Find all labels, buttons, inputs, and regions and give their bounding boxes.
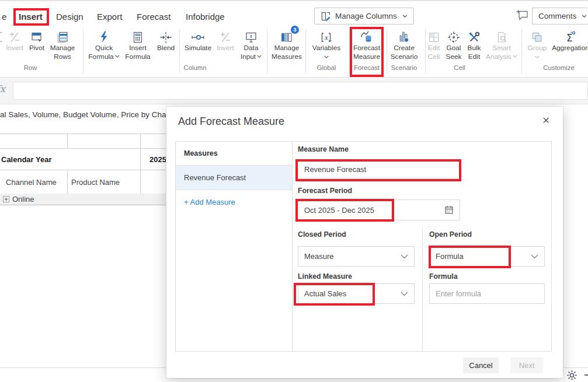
measure-name-label: Measure Name <box>298 145 349 153</box>
ribbon-group-button: Group <box>524 28 551 61</box>
table-gridline <box>0 170 166 170</box>
ribbon-data-input-button[interactable]: Data Input <box>234 28 268 61</box>
ribbon-divider <box>305 29 306 73</box>
open-period-dropdown[interactable]: Formula <box>429 246 545 267</box>
table-col-channel-name[interactable]: Channel Name <box>6 178 57 187</box>
comments-button[interactable]: Comments <box>532 8 588 24</box>
table-gridline <box>67 134 68 148</box>
forecast-chart-icon <box>350 28 384 44</box>
form-column-divider <box>422 227 423 352</box>
zoom-minus-clipped[interactable] <box>584 374 588 376</box>
linked-measure-dropdown[interactable]: Actual Sales <box>298 283 415 304</box>
chevron-down-icon <box>402 15 408 18</box>
measure-name-input[interactable]: Revenue Forecast <box>298 159 460 179</box>
expand-icon[interactable] <box>3 196 9 202</box>
forecast-period-input[interactable]: Oct 2025 - Dec 2025 <box>298 199 460 220</box>
data-input-icon <box>234 28 268 44</box>
blend-arrows-icon <box>149 28 183 44</box>
ribbon-variables-button[interactable]: x + Variables <box>309 28 343 61</box>
ribbon-divider <box>521 29 522 73</box>
lightning-icon <box>87 28 121 44</box>
calendar-icon[interactable] <box>444 205 454 215</box>
manage-columns-label: Manage Columns <box>335 12 397 20</box>
ribbon-manage-rows-button[interactable]: Manage Rows <box>46 28 79 61</box>
ribbon-aggregation-button[interactable]: Σ Aggregation <box>552 28 588 52</box>
add-comment-icon[interactable] <box>516 9 530 22</box>
ribbon-forecast-measure-button[interactable]: Forecast Measure <box>350 28 384 61</box>
manage-columns-button[interactable]: Manage Columns <box>314 8 414 24</box>
chevron-down-icon <box>115 55 120 58</box>
menubar: e Insert Design Export Forecast Infobrid… <box>0 1 588 26</box>
ribbon-smart-analysis-button: Smart Analysis <box>485 28 519 61</box>
close-icon[interactable]: × <box>542 114 549 127</box>
comments-label: Comments <box>538 12 576 20</box>
menu-tab-design[interactable]: Design <box>56 12 83 22</box>
measure-list-item-selected[interactable]: Revenue Forecast <box>176 166 292 190</box>
report-title-clipped: al Sales, Volume, Budget Volume, Price b… <box>0 110 190 119</box>
group-label-cell: Cell <box>451 64 468 71</box>
table-row[interactable]: Online <box>0 194 166 205</box>
ribbon-quick-formula-button[interactable]: Quick Formula <box>87 28 121 61</box>
dialog-title: Add Forecast Measure <box>178 115 284 128</box>
table-gridline <box>0 148 166 149</box>
table-gridline <box>0 205 166 205</box>
ribbon-blend-button[interactable]: Blend <box>149 28 183 52</box>
menu-tab-insert[interactable]: Insert <box>19 12 43 22</box>
forecast-period-label: Forecast Period <box>298 187 352 195</box>
ribbon: t Invert Pivot <box>0 26 588 78</box>
open-period-label: Open Period <box>429 230 472 239</box>
table-cell-online[interactable]: Online <box>12 195 34 204</box>
table-year-header[interactable]: 2025 <box>149 155 166 164</box>
svg-text:Σ: Σ <box>566 32 573 44</box>
scenario-icon <box>387 28 421 44</box>
measures-count-badge: 3 <box>291 26 299 34</box>
ribbon-goal-seek-button[interactable]: Goal Seek <box>443 28 464 61</box>
table-col-product-name[interactable]: Product Name <box>71 178 120 187</box>
table-row-header-calendar-year[interactable]: Calendar Year <box>1 155 51 164</box>
group-label-global: Global <box>312 64 341 71</box>
chevron-down-icon <box>582 15 587 18</box>
closed-period-label: Closed Period <box>298 230 346 239</box>
svg-text:+: + <box>328 38 332 43</box>
closed-period-dropdown[interactable]: Measure <box>298 246 415 267</box>
cancel-button[interactable]: Cancel <box>463 358 499 373</box>
sigma-icon: Σ <box>552 28 588 44</box>
goal-seek-icon <box>443 28 464 44</box>
ribbon-edit-cell-button: Edit Cell <box>423 28 444 61</box>
edit-cell-icon <box>423 28 444 44</box>
formula-field[interactable]: Enter formula <box>429 283 545 304</box>
menu-tab-export[interactable]: Export <box>97 12 122 22</box>
menu-tab-infobridge[interactable]: Infobridge <box>186 12 225 22</box>
variables-icon: x + <box>309 28 343 44</box>
menu-home-clipped[interactable]: e <box>2 12 6 22</box>
ribbon-divider <box>267 29 267 73</box>
ribbon-bulk-edit-button[interactable]: Bulk Edit <box>464 28 485 61</box>
formula-input[interactable] <box>13 82 588 100</box>
settings-gear-icon[interactable] <box>566 370 577 381</box>
measures-icon: 3 <box>270 28 304 44</box>
add-measure-link[interactable]: + Add Measure <box>176 190 292 214</box>
group-label-forecast: Forecast <box>352 64 382 71</box>
group-label-column: Column <box>180 64 210 71</box>
ribbon-manage-measures-button[interactable]: 3 Manage Measures <box>270 28 304 61</box>
manage-rows-icon <box>46 28 79 44</box>
add-forecast-measure-dialog: Add Forecast Measure × Measures Revenue … <box>166 107 563 378</box>
group-icon <box>524 28 551 44</box>
group-label-row: Row <box>22 64 39 71</box>
chevron-down-icon <box>531 254 538 259</box>
smart-analysis-icon <box>485 28 519 44</box>
app-window: e Insert Design Export Forecast Infobrid… <box>0 0 588 382</box>
chevron-down-icon <box>401 254 408 259</box>
ribbon-divider <box>83 29 83 73</box>
chevron-down-icon <box>401 292 408 296</box>
linked-measure-label: Linked Measure <box>298 272 352 281</box>
fx-icon: ƒx <box>0 83 5 94</box>
ribbon-create-scenario-button[interactable]: Create Scenario <box>387 28 421 61</box>
formula-label: Formula <box>429 272 458 281</box>
next-button[interactable]: Next <box>510 358 543 373</box>
measures-panel-header: Measures <box>176 142 292 166</box>
menu-tab-forecast[interactable]: Forecast <box>137 12 171 22</box>
table-gridline <box>0 134 166 134</box>
chevron-down-icon <box>257 55 262 58</box>
manage-columns-icon <box>321 11 331 22</box>
